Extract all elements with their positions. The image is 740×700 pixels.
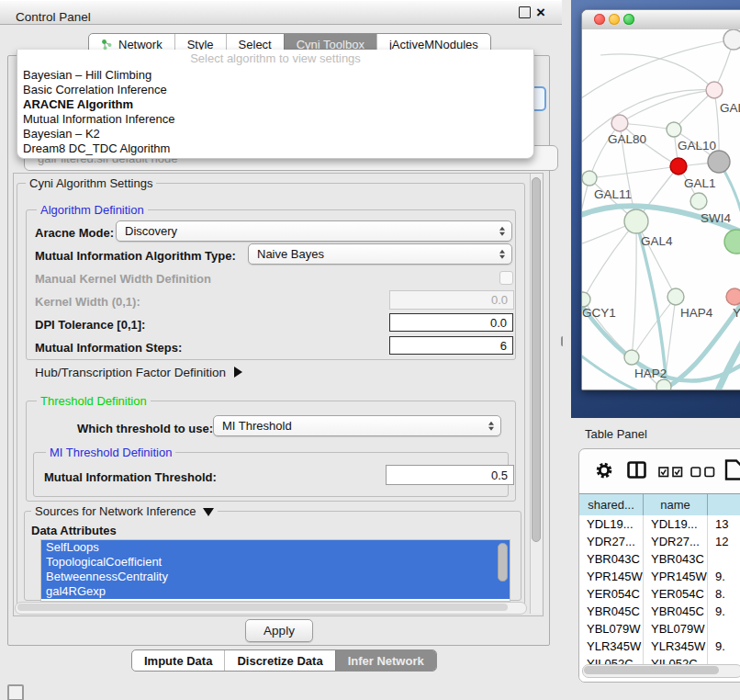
dpi-tolerance-field[interactable]: 0.0 [389,313,513,332]
table-row[interactable]: YLR345WYLR345W9. [579,638,740,655]
network-node-label: GAL80 [608,132,646,146]
select-all-checkboxes-icon[interactable] [658,465,683,481]
network-node[interactable] [667,122,681,137]
expander-arrow-icon [234,367,242,378]
network-node[interactable] [690,193,707,209]
mi-threshold-label: Mutual Information Threshold: [44,470,217,484]
table-cell: YBR043C [579,550,644,568]
table-cell: YDL19... [644,515,708,533]
mi-steps-field[interactable]: 6 [389,336,513,355]
network-node[interactable] [667,288,684,305]
data-attribute-item[interactable]: BetweennessCentrality [41,570,510,584]
settings-vertical-scrollbar[interactable] [530,174,542,614]
zoom-traffic-light[interactable] [623,14,634,25]
algorithm-option[interactable]: Bayesian – K2 [17,127,533,141]
network-node[interactable] [706,82,723,98]
network-node-label: GCY1 [582,306,616,320]
table-row[interactable]: YDR27...YDR27...12 [579,533,740,550]
network-node-label: GAL1 [684,176,716,190]
data-attributes-list[interactable]: SelfLoopsTopologicalCoefficientBetweenne… [40,539,510,602]
network-node[interactable] [723,29,740,50]
network-node-label: GAL11 [594,187,632,201]
table-cell: YDR27... [579,533,644,550]
list-scrollbar-thumb[interactable] [498,543,508,581]
minimize-traffic-light[interactable] [609,14,620,25]
split-view-icon[interactable] [627,461,646,482]
network-node[interactable] [624,350,639,365]
mi-threshold-field[interactable]: 0.5 [386,465,514,485]
minimized-panel-icon[interactable] [7,684,24,700]
float-panel-icon[interactable] [519,6,531,18]
column-header-extra[interactable] [708,494,740,515]
tab-infer-network[interactable]: Infer Network [335,650,436,671]
tab-discretize-data[interactable]: Discretize Data [224,650,334,671]
table-row[interactable]: YPR145WYPR145W9. [579,568,740,585]
network-window-titlebar[interactable] [582,10,740,30]
data-attribute-item[interactable]: SelfLoops [41,540,510,555]
table-cell [708,620,740,638]
which-threshold-label: Which threshold to use: [77,422,213,435]
network-node[interactable] [670,158,687,175]
table-cell: 9. [708,638,740,655]
data-attribute-item[interactable]: gal4RGexp [41,584,510,599]
tab-impute-data[interactable]: Impute Data [132,650,224,671]
table-row[interactable]: YER054CYER054C8. [579,585,740,603]
network-node[interactable] [724,230,740,254]
data-attribute-item[interactable]: TopologicalCoefficient [41,555,510,570]
scrollbar-thumb[interactable] [17,604,508,611]
network-node-label: SWI4 [701,211,731,225]
hub-factor-expander[interactable]: Hub/Transcription Factor Definition [35,366,242,379]
network-view-window[interactable]: GALGAL80GAL10GAL1GAL11SWI4GAL4GCY1HAP4YH… [581,9,740,390]
table-header-row: shared... name [579,493,740,516]
table-horizontal-scrollbar[interactable] [582,664,740,678]
table-row[interactable]: YBL079WYBL079W [579,620,740,638]
table-cell: YBL079W [579,620,644,638]
network-node[interactable] [708,151,730,173]
which-threshold-value: MI Threshold [222,419,292,433]
table-row[interactable]: YBR045CYBR045C9. [579,603,740,620]
manual-kernel-checkbox[interactable] [499,271,513,285]
which-threshold-combo[interactable]: MI Threshold [213,415,501,436]
algorithm-option[interactable]: ARACNE Algorithm [17,97,533,112]
table-cell: 9. [708,603,740,620]
panel-resize-handle[interactable] [561,336,567,346]
combo-spinner-icon [488,421,494,431]
scrollbar-thumb[interactable] [532,177,541,542]
close-traffic-light[interactable] [594,14,605,25]
mi-type-combo[interactable]: Naive Bayes [248,243,512,265]
table-cell: YBR043C [644,550,708,568]
document-icon[interactable] [724,459,740,484]
table-body: YDL19...YDL19...13YDR27...YDR27...12YBR0… [579,515,740,682]
kernel-width-label: Kernel Width (0,1): [35,295,140,309]
network-node-label: Y [733,306,740,320]
control-panel-title: Control Panel [16,10,91,24]
algorithm-option[interactable]: Mutual Information Inference [17,112,533,127]
settings-horizontal-scrollbar[interactable] [15,602,527,615]
gear-icon[interactable] [594,460,614,484]
network-node[interactable] [726,288,740,305]
kernel-width-field[interactable]: 0.0 [389,290,514,310]
network-node[interactable] [611,115,628,131]
apply-button[interactable]: Apply [245,619,313,642]
algorithm-option-list: Bayesian – Hill ClimbingBasic Correlatio… [17,68,533,156]
sources-group-title[interactable]: Sources for Network Inference [31,504,218,518]
algorithm-option[interactable]: Dream8 DC_TDC Algorithm [17,141,533,156]
table-row[interactable]: YBR043CYBR043C [579,550,740,568]
aracne-mode-combo[interactable]: Discovery [116,220,512,242]
close-panel-icon[interactable]: × [536,5,545,20]
network-node[interactable] [582,292,590,307]
scrollbar-thumb[interactable] [584,666,719,674]
algorithm-option[interactable]: Bayesian – Hill Climbing [17,68,533,83]
algorithm-option[interactable]: Basic Correlation Inference [17,83,533,97]
algorithm-definition-title: Algorithm Definition [37,203,148,217]
network-node[interactable] [582,171,597,186]
network-node[interactable] [656,379,671,390]
network-node[interactable] [624,209,648,233]
table-row[interactable]: YDL19...YDL19...13 [579,515,740,533]
deselect-all-checkboxes-icon[interactable] [690,465,715,481]
column-header-shared-name[interactable]: shared... [579,494,644,515]
network-view-content[interactable]: GALGAL80GAL10GAL1GAL11SWI4GAL4GCY1HAP4YH… [582,29,740,390]
data-attributes-label: Data Attributes [31,524,117,537]
column-header-name[interactable]: name [644,494,708,515]
table-cell: YER054C [579,585,644,603]
